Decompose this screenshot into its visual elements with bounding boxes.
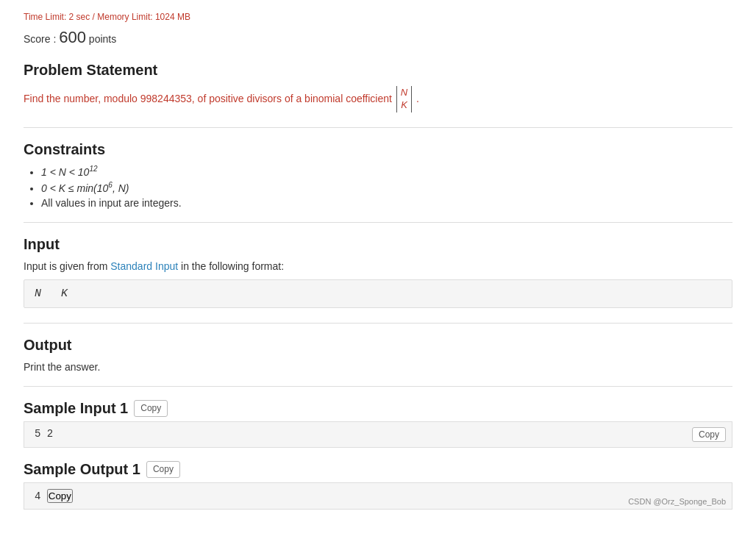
score-unit: points [89,33,116,45]
sample-output-1-copy-right-button[interactable]: Copy [47,489,73,503]
sample-input-1-wrap: 5 2 Copy [24,421,732,448]
input-title: Input [24,236,732,253]
sample-output-1-box: 4 CSDN @Orz_Sponge_Bob Copy [24,482,732,510]
sample-input-1-copy-right-button[interactable]: Copy [692,427,726,442]
sample-input-1-copy-button[interactable]: Copy [134,400,168,417]
score-label: Score : [24,33,56,45]
sample-input-1-header: Sample Input 1 Copy [24,400,732,417]
sample-input-1-value: 5 2 [35,428,53,440]
output-title: Output [24,337,732,354]
meta-info: Time Limit: 2 sec / Memory Limit: 1024 M… [24,12,732,22]
problem-statement-title: Problem Statement [24,62,732,79]
sample-output-1-header: Sample Output 1 Copy [24,461,732,478]
ps-text-before: Find the number, modulo 998244353, of po… [24,93,392,104]
constraint-3: All values in input are integers. [41,197,732,209]
sample-input-1-box: 5 2 Copy [24,421,732,448]
divider-2 [24,222,732,223]
binom-bottom: K [401,99,407,112]
binom-top: N [401,87,407,99]
score-value: 600 [59,28,86,46]
sample-output-1-wrap: 4 CSDN @Orz_Sponge_Bob Copy [24,482,732,510]
divider-1 [24,127,732,128]
constraints-list: 1 < N < 1012 0 < K ≤ min(106, N) All val… [41,165,732,209]
ps-text-after: . [416,93,419,104]
sample-output-1-copy-button[interactable]: Copy [146,461,180,478]
constraint-2: 0 < K ≤ min(106, N) [41,181,732,194]
constraint-3-text: All values in input are integers. [41,197,182,209]
binom-coefficient: N K [396,86,412,113]
input-description: Input is given from Standard Input in th… [24,260,732,272]
time-memory-limit: Time Limit: 2 sec / Memory Limit: 1024 M… [24,12,190,22]
divider-4 [24,386,732,387]
sample-output-1-value: 4 [35,490,40,502]
score-line: Score : 600 points [24,28,732,47]
constraint-1: 1 < N < 1012 [41,165,732,179]
input-format-box: N K [24,279,732,308]
constraints-title: Constraints [24,141,732,158]
sample-output-1-title: Sample Output 1 [24,461,140,478]
watermark: CSDN @Orz_Sponge_Bob [628,497,726,506]
input-format-text: N K [35,288,68,300]
sample-input-1-title: Sample Input 1 [24,400,128,417]
divider-3 [24,323,732,324]
problem-statement-body: Find the number, modulo 998244353, of po… [24,86,732,113]
output-description: Print the answer. [24,361,732,373]
